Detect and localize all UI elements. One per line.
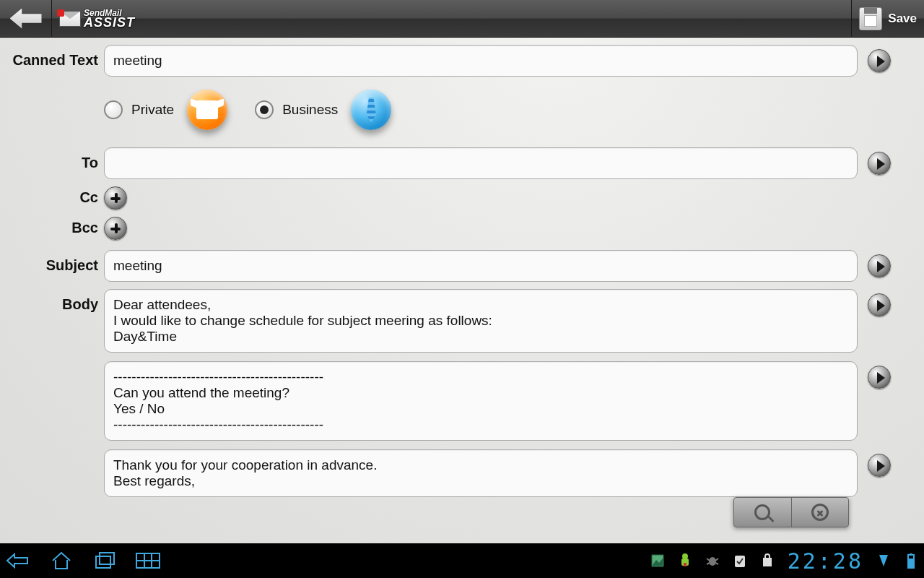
canned-text-label: Canned Text — [9, 45, 104, 69]
to-play-button[interactable] — [868, 152, 891, 175]
save-disk-icon — [859, 7, 882, 30]
back-arrow-icon — [10, 9, 42, 29]
svg-rect-17 — [763, 558, 772, 566]
save-label: Save — [888, 12, 917, 26]
svg-line-15 — [715, 563, 718, 564]
back-button[interactable] — [0, 0, 52, 38]
nav-home-button[interactable] — [49, 551, 74, 570]
svg-line-14 — [707, 563, 710, 564]
svg-point-9 — [682, 553, 688, 559]
private-radio[interactable] — [104, 100, 123, 119]
compose-form: Canned Text Private Business To — [0, 38, 924, 543]
body-block-2[interactable] — [104, 361, 858, 441]
business-radio[interactable] — [255, 100, 274, 119]
subject-label: Subject — [9, 250, 104, 274]
nav-grid-button[interactable] — [136, 551, 160, 570]
zoom-toolbar — [733, 497, 849, 527]
envelope-icon — [59, 11, 81, 27]
body-block-3[interactable] — [104, 449, 858, 497]
system-bar: 22:28 — [0, 543, 924, 578]
category-row: Private Business — [104, 84, 858, 140]
svg-rect-20 — [910, 553, 912, 556]
cc-label: Cc — [9, 186, 104, 206]
status-clock: 22:28 — [788, 548, 863, 574]
app-logo: SendMail ASSIST — [52, 9, 142, 28]
body-block-1[interactable] — [104, 289, 858, 353]
app-brand-line2: ASSIST — [84, 17, 135, 28]
body-play-button-2[interactable] — [868, 366, 891, 389]
svg-point-11 — [709, 557, 716, 566]
tie-icon — [363, 98, 379, 122]
private-category-icon[interactable] — [187, 90, 227, 130]
body-play-button-1[interactable] — [868, 293, 891, 316]
save-button[interactable]: Save — [851, 0, 924, 38]
status-android-icon — [678, 553, 692, 568]
body-play-button-3[interactable] — [868, 454, 891, 477]
tshirt-icon — [196, 100, 218, 119]
subject-play-button[interactable] — [868, 254, 891, 277]
business-label: Business — [282, 102, 338, 118]
bcc-add-button[interactable] — [104, 217, 127, 240]
status-bag-icon — [760, 553, 775, 568]
svg-line-13 — [715, 558, 718, 561]
zoom-magnify-button[interactable] — [734, 498, 792, 527]
close-circle-icon — [811, 504, 829, 521]
svg-marker-18 — [879, 555, 888, 566]
svg-rect-1 — [100, 553, 114, 564]
status-wifi-icon — [876, 553, 891, 568]
status-battery-icon — [904, 553, 918, 568]
bcc-label: Bcc — [9, 217, 104, 236]
svg-rect-0 — [96, 556, 110, 568]
status-check-icon — [733, 553, 747, 568]
to-label: To — [9, 147, 104, 171]
canned-text-play-button[interactable] — [868, 49, 891, 72]
app-titlebar: SendMail ASSIST Save — [0, 0, 924, 38]
svg-rect-21 — [909, 558, 913, 567]
private-label: Private — [131, 102, 174, 118]
magnifier-icon — [754, 504, 770, 520]
business-category-icon[interactable] — [351, 90, 391, 130]
svg-rect-10 — [684, 563, 687, 566]
nav-back-button[interactable] — [6, 551, 30, 570]
canned-text-input[interactable] — [104, 45, 858, 77]
svg-line-12 — [707, 558, 710, 561]
status-bug-icon — [705, 553, 720, 568]
nav-recent-button[interactable] — [92, 551, 117, 570]
cc-add-button[interactable] — [104, 186, 127, 210]
subject-input[interactable] — [104, 250, 858, 282]
body-label: Body — [9, 289, 104, 313]
zoom-close-button[interactable] — [792, 498, 849, 527]
to-input[interactable] — [104, 147, 858, 179]
status-photo-icon — [650, 553, 665, 568]
